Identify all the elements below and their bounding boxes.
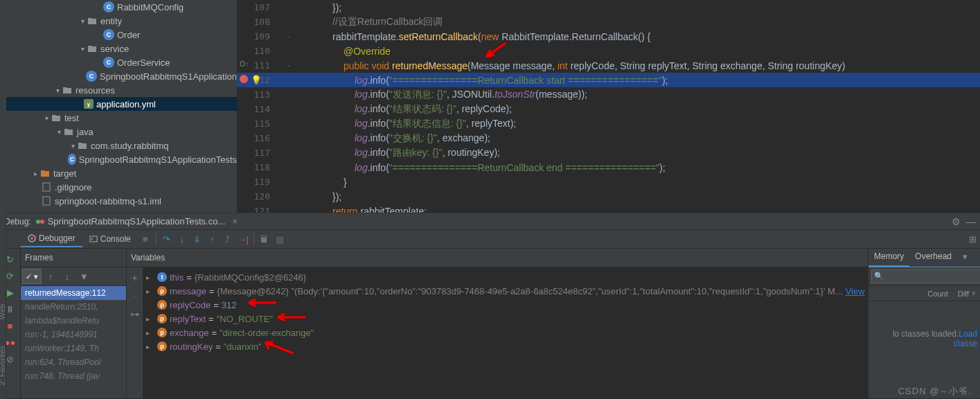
gear-icon[interactable]: ⚙ [952, 216, 961, 227]
svg-point-2 [36, 220, 40, 224]
view-link[interactable]: View [846, 286, 865, 296]
add-watch-icon[interactable]: + [127, 270, 143, 285]
tree-item[interactable]: ▾entity [6, 14, 237, 28]
tree-item[interactable]: ▾service [6, 42, 237, 55]
code-line[interactable]: 120}); [237, 189, 980, 204]
override-icon: O↑ [240, 60, 249, 68]
variable-item[interactable]: ▸p message = {Message@6242} "(Body:'{"am… [146, 284, 865, 298]
code-line[interactable]: 108//设置ReturnCallback回调 [237, 15, 980, 29]
frames-panel: Frames ✓ ▾ ↑ ↓ ▼ returnedMessage:112hand… [21, 249, 127, 398]
code-line[interactable]: 117log.info("路由key: {}", routingKey); [237, 145, 980, 160]
variable-item[interactable]: ▸p replyText = "NO_ROUTE" [146, 312, 865, 326]
code-line[interactable]: 110@Override [237, 44, 980, 58]
tree-item[interactable]: ▸target [6, 166, 237, 180]
variable-item[interactable]: ▸p routingKey = "duanxin" [146, 339, 865, 353]
lightbulb-icon[interactable]: 💡 [251, 75, 262, 85]
code-line[interactable]: 💡112log.info("===============ReturnCallb… [237, 73, 980, 87]
evaluate-icon[interactable]: 🖩 [257, 231, 272, 247]
frame-prev-icon[interactable]: ↑ [43, 269, 58, 284]
code-line[interactable]: 107}); [237, 0, 980, 15]
remove-watch-icon[interactable]: − [127, 288, 143, 303]
frame-item[interactable]: run:624, ThreadPool [21, 355, 126, 369]
tree-item[interactable]: ▾java [6, 125, 237, 139]
variables-list[interactable]: ▸t this = {RabbitMQConfig$2@6246}▸p mess… [143, 267, 868, 398]
tree-item[interactable]: CSpringbootRabbitmqS1Application [6, 69, 237, 83]
memory-tab[interactable]: Memory [868, 249, 909, 267]
memory-search-input[interactable] [871, 269, 980, 283]
tree-label: com.study.rabbitmq [91, 141, 168, 151]
frame-item[interactable]: runWorker:1149, Th [21, 342, 126, 355]
tree-label: target [53, 168, 76, 179]
tree-item[interactable]: ▾com.study.rabbitmq [6, 139, 237, 152]
variable-item[interactable]: p replyCode = 312 [146, 298, 865, 312]
frames-dropdown[interactable]: ✓ ▾ [22, 269, 42, 284]
variable-item[interactable]: ▸p exchange = "direct-order-exchange" [146, 326, 865, 339]
code-line[interactable]: 113log.info("发送消息: {}", JSONUtil.toJsonS… [237, 87, 980, 102]
variables-title: Variables [127, 249, 868, 267]
search-icon: 🔍 [874, 272, 884, 281]
tree-label: springboot-rabbitmq-s1.iml [55, 196, 161, 206]
drop-frame-icon[interactable]: ⤴ [220, 231, 235, 247]
variable-item[interactable]: ▸t this = {RabbitMQConfig$2@6246} [146, 270, 865, 284]
tab-console[interactable]: Console [82, 231, 138, 247]
tab-debugger[interactable]: Debugger [21, 231, 82, 247]
minimize-icon[interactable]: — [966, 216, 976, 227]
tree-item[interactable]: ▾resources [6, 83, 237, 97]
folder-icon [63, 126, 74, 137]
side-tab-web[interactable]: Web [0, 304, 6, 319]
trace-icon[interactable]: ▦ [272, 231, 287, 247]
breakpoint-icon[interactable] [240, 75, 248, 83]
tree-item[interactable]: CRabbitMQConfig [6, 0, 237, 14]
var-badge-icon: p [157, 314, 167, 323]
step-out-icon[interactable]: ↑ [205, 231, 220, 247]
debug-panel: Debug: SpringbootRabbitmqS1ApplicationTe… [0, 213, 980, 398]
frame-item[interactable]: handleReturn:2510, [21, 300, 126, 314]
run-to-cursor-icon[interactable]: →| [235, 231, 251, 247]
tree-item[interactable]: ▾test [6, 111, 237, 125]
tree-item[interactable]: COrder [6, 28, 237, 42]
memory-dropdown-icon[interactable]: ▾ [957, 249, 972, 264]
tree-item[interactable]: COrderService [6, 55, 237, 69]
close-icon[interactable]: × [232, 216, 238, 227]
side-tab-favorites[interactable]: 2: Favorites [0, 346, 6, 385]
force-step-into-icon[interactable]: ⇓ [190, 231, 205, 247]
frame-item[interactable]: run:-1, 1946146991 [21, 328, 126, 342]
debug-toolbar: Debugger Console ≡ ↷ ↓ ⇓ ↑ ⤴ →| 🖩 ▦ ⊞ [0, 230, 980, 249]
code-line[interactable]: 114log.info("结果状态码: {}", replyCode); [237, 102, 980, 116]
code-editor[interactable]: 107});108//设置ReturnCallback回调109-rabbitT… [237, 0, 980, 213]
step-into-icon[interactable]: ↓ [175, 231, 190, 247]
overhead-tab[interactable]: Overhead [909, 249, 957, 267]
code-line[interactable]: 109-rabbitTemplate.setReturnCallback(new… [237, 29, 980, 44]
code-line[interactable]: 121return rabbitTemplate; [237, 204, 980, 213]
frames-list[interactable]: returnedMessage:112handleReturn:2510, la… [21, 286, 126, 383]
var-badge-icon: p [157, 286, 167, 296]
tree-label: .gitignore [55, 182, 91, 193]
project-tree[interactable]: CRabbitMQConfig▾entityCOrder▾serviceCOrd… [0, 0, 237, 213]
frames-title: Frames [21, 249, 126, 267]
code-line[interactable]: 116log.info("交换机: {}", exchange); [237, 131, 980, 145]
tree-item[interactable]: .gitignore [6, 180, 237, 194]
frame-filter-icon[interactable]: ▼ [76, 269, 91, 284]
layout-icon[interactable]: ⊞ [965, 231, 980, 247]
variables-panel: Variables + − ⊶ ▸t this = {RabbitMQConfi… [127, 249, 868, 398]
code-line[interactable]: O↑111-public void returnedMessage(Messag… [237, 58, 980, 73]
class-icon: C [103, 57, 114, 68]
tree-item[interactable]: yapplication.yml [6, 97, 237, 111]
tree-item[interactable]: CSpringbootRabbitmqS1ApplicationTests [6, 152, 237, 166]
frame-item[interactable]: lambda$handleRetu [21, 314, 126, 328]
frame-item[interactable]: returnedMessage:112 [21, 286, 126, 300]
code-line[interactable]: 115log.info("结果状态信息: {}", replyText); [237, 116, 980, 131]
frame-next-icon[interactable]: ↓ [60, 269, 75, 284]
run-config-tab[interactable]: SpringbootRabbitmqS1ApplicationTests.co.… [35, 216, 238, 227]
code-line[interactable]: 118log.info("===============ReturnCallba… [237, 160, 980, 175]
watch-link-icon[interactable]: ⊶ [127, 306, 143, 321]
class-icon: C [68, 154, 75, 165]
code-line[interactable]: 119} [237, 175, 980, 189]
class-icon: C [103, 1, 114, 12]
debug-title: Debug: [4, 217, 31, 227]
col-menu-icon[interactable]: ▾ [972, 289, 976, 298]
frame-item[interactable]: run:748, Thread (jav [21, 369, 126, 383]
tree-item[interactable]: springboot-rabbitmq-s1.iml [6, 194, 237, 208]
threads-icon[interactable]: ≡ [138, 231, 153, 247]
step-over-icon[interactable]: ↷ [159, 231, 175, 247]
